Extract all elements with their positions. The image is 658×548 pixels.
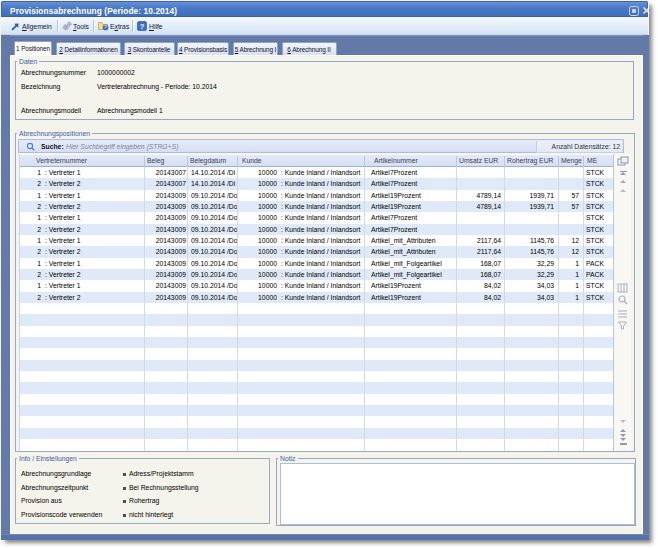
svg-text:?: ?: [140, 22, 145, 31]
